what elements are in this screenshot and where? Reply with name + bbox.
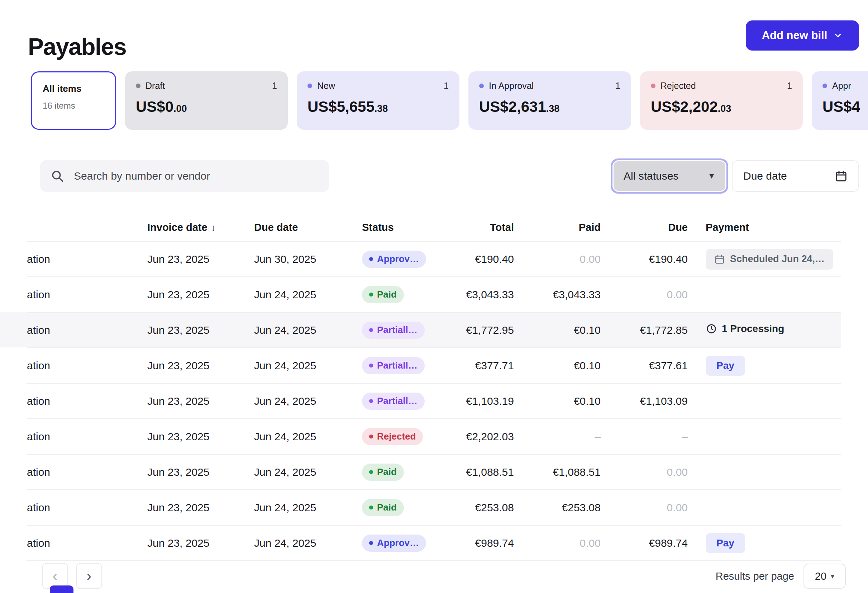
card-count: 1 — [616, 81, 620, 91]
card-amount: US$2,631.38 — [479, 98, 620, 115]
summary-card-draft[interactable]: Draft 1 US$0.00 — [125, 71, 288, 130]
header-paid: Paid — [514, 222, 601, 234]
header-due-date: Due date — [254, 222, 362, 234]
invoice-date-cell: Jun 23, 2025 — [147, 466, 254, 478]
search-input[interactable] — [73, 170, 319, 182]
paid-cell: 0.00 — [514, 253, 601, 265]
due-date-filter-button[interactable]: Due date — [732, 160, 859, 192]
pay-button[interactable]: Pay — [706, 533, 745, 553]
due-cell: 0.00 — [601, 288, 688, 301]
status-badge: Paid — [362, 499, 404, 516]
summary-card-rejected[interactable]: Rejected 1 US$2,202.03 — [640, 71, 803, 130]
due-date-cell: Jun 24, 2025 — [254, 501, 362, 514]
invoice-date-cell: Jun 23, 2025 — [147, 501, 254, 514]
calendar-icon — [714, 254, 725, 265]
table-row[interactable]: ation Jun 23, 2025 Jun 24, 2025 Approv… … — [27, 525, 841, 561]
header-status: Status — [362, 222, 452, 234]
due-date-filter-label: Due date — [743, 170, 787, 182]
card-amount: US$2,202.03 — [651, 98, 792, 115]
payables-table: Invoice date↓ Due date Status Total Paid… — [27, 214, 841, 561]
total-cell: €1,103.19 — [452, 395, 514, 407]
due-cell: €377.61 — [601, 359, 688, 372]
status-badge: Paid — [362, 286, 404, 303]
paid-cell: €0.10 — [514, 395, 601, 407]
table-header-row: Invoice date↓ Due date Status Total Paid… — [27, 214, 841, 241]
due-date-cell: Jun 24, 2025 — [254, 466, 362, 478]
card-label: Draft — [146, 81, 165, 91]
card-amount: US$5,655.38 — [307, 98, 449, 115]
card-amount: US$0.00 — [136, 98, 277, 115]
table-row[interactable]: ation Jun 23, 2025 Jun 24, 2025 Paid €3,… — [27, 277, 841, 312]
due-cell: €989.74 — [601, 537, 688, 549]
invoice-date-cell: Jun 23, 2025 — [147, 537, 254, 549]
chevron-right-icon: › — [87, 568, 92, 584]
results-per-page: Results per page 20 ▾ — [716, 563, 846, 589]
summary-cards: All items 16 items Draft 1 US$0.00 New 1… — [31, 71, 868, 130]
header-payment: Payment — [688, 222, 841, 234]
header-total: Total — [452, 222, 514, 234]
total-cell: €377.71 — [452, 359, 514, 372]
per-page-value: 20 — [815, 571, 827, 582]
summary-card-in-approval[interactable]: In Approval 1 US$2,631.38 — [468, 71, 631, 130]
pagination-next-button[interactable]: › — [76, 563, 102, 589]
invoice-date-cell: Jun 23, 2025 — [147, 359, 254, 372]
card-label: Appr — [832, 81, 851, 91]
summary-card-approved-clipped[interactable]: Appr US$4 — [812, 71, 868, 130]
status-badge: Approv… — [362, 251, 426, 268]
due-cell: 0.00 — [601, 501, 688, 514]
chevron-down-icon — [833, 31, 843, 40]
paid-cell: – — [514, 430, 601, 443]
status-dot-icon — [307, 84, 312, 88]
status-dot-icon — [651, 84, 655, 88]
card-label: New — [317, 81, 335, 91]
due-date-cell: Jun 24, 2025 — [254, 324, 362, 336]
due-cell: €1,103.09 — [601, 395, 688, 407]
status-badge: Partiall… — [362, 322, 425, 339]
due-date-cell: Jun 30, 2025 — [254, 253, 362, 265]
table-row[interactable]: ation Jun 23, 2025 Jun 24, 2025 Paid €25… — [27, 489, 841, 525]
status-dot-icon — [369, 364, 373, 367]
clock-icon — [706, 323, 717, 334]
pay-button[interactable]: Pay — [706, 356, 745, 376]
summary-card-new[interactable]: New 1 US$5,655.38 — [297, 71, 459, 130]
search-box — [40, 160, 329, 192]
status-dot-icon — [369, 257, 373, 261]
table-row[interactable]: ation Jun 23, 2025 Jun 24, 2025 Partiall… — [27, 383, 841, 419]
total-cell: €1,772.95 — [452, 324, 514, 336]
table-row[interactable]: ation Jun 23, 2025 Jun 24, 2025 Paid €1,… — [27, 454, 841, 489]
header-due: Due — [601, 222, 688, 234]
status-dot-icon — [369, 293, 373, 297]
chevron-left-icon: ‹ — [53, 568, 58, 584]
status-badge: Partiall… — [362, 357, 425, 374]
vendor-cell: ation — [27, 324, 147, 336]
status-dot-icon — [369, 470, 373, 474]
status-badge: Approv… — [362, 535, 426, 552]
add-new-bill-button[interactable]: Add new bill — [746, 21, 859, 50]
invoice-date-cell: Jun 23, 2025 — [147, 288, 254, 301]
total-cell: €1,088.51 — [452, 466, 514, 478]
table-row[interactable]: ation Jun 23, 2025 Jun 24, 2025 Partiall… — [27, 348, 841, 383]
table-row[interactable]: ation Jun 23, 2025 Jun 24, 2025 Partiall… — [27, 312, 841, 348]
status-filter-dropdown[interactable]: All statuses ▼ — [614, 161, 725, 191]
card-sublabel: 16 items — [43, 101, 104, 111]
clipped-blue-element[interactable] — [50, 586, 74, 593]
summary-card-all-items[interactable]: All items 16 items — [31, 71, 116, 130]
status-dot-icon — [369, 541, 373, 545]
table-row[interactable]: ation Jun 23, 2025 Jun 30, 2025 Approv… … — [27, 241, 841, 277]
status-dot-icon — [822, 84, 827, 88]
vendor-cell: ation — [27, 430, 147, 443]
scheduled-payment-badge[interactable]: Scheduled Jun 24,… — [706, 249, 833, 270]
status-filter-value: All statuses — [624, 170, 678, 182]
total-cell: €3,043.33 — [452, 288, 514, 301]
vendor-cell: ation — [27, 537, 147, 549]
header-invoice-date[interactable]: Invoice date↓ — [147, 222, 254, 234]
status-badge: Partiall… — [362, 393, 425, 410]
total-cell: €253.08 — [452, 501, 514, 514]
status-dot-icon — [136, 84, 140, 88]
per-page-dropdown[interactable]: 20 ▾ — [803, 563, 846, 589]
due-date-cell: Jun 24, 2025 — [254, 288, 362, 301]
card-label: In Approval — [489, 81, 534, 91]
card-amount: US$4 — [822, 98, 868, 115]
calendar-icon — [835, 170, 847, 182]
table-row[interactable]: ation Jun 23, 2025 Jun 24, 2025 Rejected… — [27, 419, 841, 454]
